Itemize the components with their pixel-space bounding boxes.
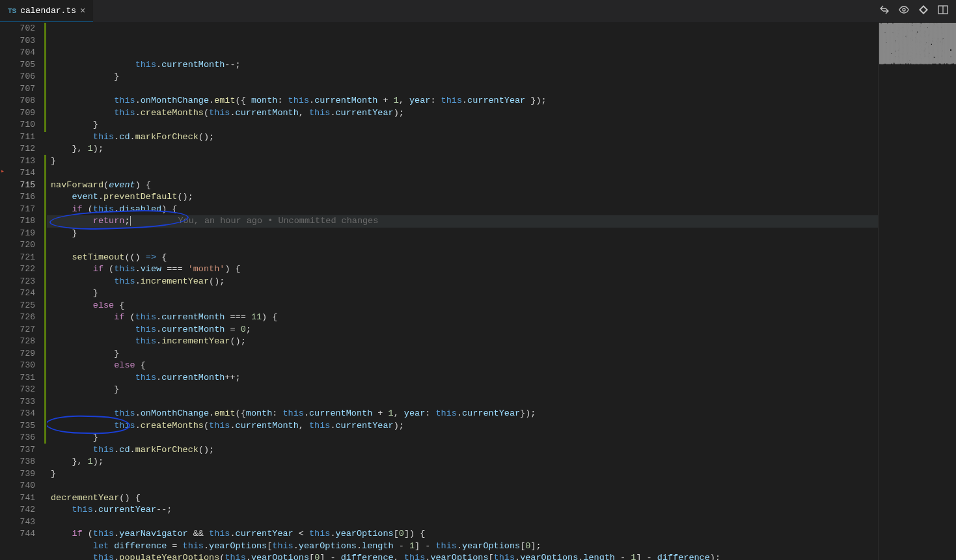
line-number: 739	[7, 468, 35, 481]
code-line[interactable]: this.incrementYear();	[47, 276, 878, 288]
code-line[interactable]: }	[47, 432, 878, 444]
tabs-container: TS calendar.ts ×	[0, 0, 93, 22]
svg-point-0	[903, 8, 905, 11]
code-line[interactable]: if (this.disabled) {	[47, 204, 878, 216]
breakpoint-glyph[interactable]: ▸	[0, 167, 7, 180]
code-content[interactable]: this.currentMonth--; } this.onMonthChang…	[47, 23, 878, 560]
line-number: 727	[7, 324, 35, 336]
code-line[interactable]: navForward(event) {	[47, 180, 878, 192]
code-line[interactable]: else {	[47, 360, 878, 372]
file-annotations-icon[interactable]	[918, 5, 929, 18]
tab-calendar-ts[interactable]: TS calendar.ts ×	[0, 0, 93, 22]
typescript-icon: TS	[8, 7, 16, 15]
code-line[interactable]: this.cd.markForCheck();	[47, 131, 878, 144]
line-number: 730	[7, 360, 35, 372]
line-number: 738	[7, 456, 35, 468]
line-number: 715	[7, 180, 35, 192]
line-number: 706	[7, 71, 35, 83]
line-number: 737	[7, 444, 35, 457]
code-line[interactable]: this.cd.markForCheck();	[47, 444, 878, 457]
git-change-indicator	[44, 155, 46, 444]
line-number: 729	[7, 348, 35, 360]
line-number: 705	[7, 59, 35, 72]
code-line[interactable]: this.currentMonth = 0;	[47, 324, 878, 336]
code-line[interactable]: }	[47, 468, 878, 481]
line-number: 731	[7, 372, 35, 384]
split-editor-icon[interactable]	[938, 5, 948, 18]
line-number: 708	[7, 95, 35, 107]
editor-area: ▸ 70270370470570670770870971071171271371…	[0, 23, 956, 560]
code-line[interactable]: }	[47, 71, 878, 83]
code-line[interactable]: this.onMonthChange.emit({month: this.cur…	[47, 408, 878, 420]
line-number: 724	[7, 287, 35, 300]
code-line[interactable]: }	[47, 228, 878, 240]
editor-toolbar	[879, 5, 956, 18]
line-number: 734	[7, 408, 35, 420]
line-number: 704	[7, 47, 35, 59]
toggle-lens-icon[interactable]	[899, 5, 909, 18]
code-line[interactable]: setTimeout(() => {	[47, 252, 878, 264]
code-line[interactable]: else {	[47, 300, 878, 312]
line-number: 725	[7, 300, 35, 312]
line-number: 718	[7, 215, 35, 228]
minimap[interactable]: █ ███ █ ██ █████ ██ █ █ ████ ██ █ ██████…	[878, 23, 956, 560]
code-line[interactable]: decrementYear() {	[47, 492, 878, 505]
line-number: 728	[7, 336, 35, 348]
line-number: 717	[7, 204, 35, 216]
line-number: 713	[7, 155, 35, 168]
line-number: 719	[7, 228, 35, 240]
compare-changes-icon[interactable]	[879, 5, 890, 18]
code-line[interactable]: }	[47, 287, 878, 300]
line-number: 732	[7, 384, 35, 396]
code-line[interactable]: this.currentMonth++;	[47, 372, 878, 384]
line-number: 709	[7, 107, 35, 120]
tab-bar: TS calendar.ts ×	[0, 0, 956, 23]
code-line[interactable]	[47, 83, 878, 96]
line-number: 740	[7, 480, 35, 492]
code-line[interactable]	[47, 396, 878, 408]
code-line[interactable]: }	[47, 119, 878, 131]
code-line[interactable]: this.createMonths(this.currentMonth, thi…	[47, 107, 878, 120]
code-line[interactable]: if (this.view === 'month') {	[47, 263, 878, 276]
code-line[interactable]: if (this.yearNavigator && this.currentYe…	[47, 528, 878, 540]
code-line[interactable]	[47, 167, 878, 180]
line-number-gutter: 7027037047057067077087097107117127137147…	[7, 23, 47, 560]
line-number: 736	[7, 432, 35, 444]
code-line[interactable]: event.preventDefault();	[47, 191, 878, 204]
line-number: 735	[7, 420, 35, 433]
line-number: 742	[7, 504, 35, 516]
code-line[interactable]	[47, 239, 878, 252]
code-line[interactable]: }, 1);	[47, 143, 878, 155]
code-line[interactable]	[47, 480, 878, 492]
code-line[interactable]: this.populateYearOptions(this.yearOption…	[47, 552, 878, 560]
line-number: 707	[7, 83, 35, 96]
line-number: 714	[7, 167, 35, 180]
code-line[interactable]: }	[47, 155, 878, 168]
tab-filename: calendar.ts	[20, 6, 76, 16]
code-line[interactable]: return; You, an hour ago • Uncommitted c…	[47, 215, 878, 228]
line-number: 741	[7, 492, 35, 505]
code-line[interactable]: this.currentYear--;	[47, 504, 878, 516]
code-line[interactable]: this.createMonths(this.currentMonth, thi…	[47, 420, 878, 433]
line-number: 702	[7, 23, 35, 35]
line-number: 703	[7, 35, 35, 47]
code-line[interactable]: }	[47, 384, 878, 396]
line-number: 711	[7, 131, 35, 144]
line-number: 722	[7, 263, 35, 276]
close-icon[interactable]: ×	[80, 6, 85, 16]
code-line[interactable]: if (this.currentMonth === 11) {	[47, 312, 878, 324]
git-change-indicator	[44, 23, 46, 132]
line-number: 712	[7, 143, 35, 155]
line-number: 723	[7, 276, 35, 288]
line-number: 726	[7, 312, 35, 324]
line-number: 733	[7, 396, 35, 408]
code-line[interactable]	[47, 516, 878, 529]
code-line[interactable]: }	[47, 348, 878, 360]
code-line[interactable]: let difference = this.yearOptions[this.y…	[47, 540, 878, 553]
glyph-margin: ▸	[0, 23, 7, 560]
code-line[interactable]: }, 1);	[47, 456, 878, 468]
line-number: 716	[7, 191, 35, 204]
code-line[interactable]: this.currentMonth--;	[47, 59, 878, 72]
code-line[interactable]: this.onMonthChange.emit({ month: this.cu…	[47, 95, 878, 107]
code-line[interactable]: this.incrementYear();	[47, 336, 878, 348]
